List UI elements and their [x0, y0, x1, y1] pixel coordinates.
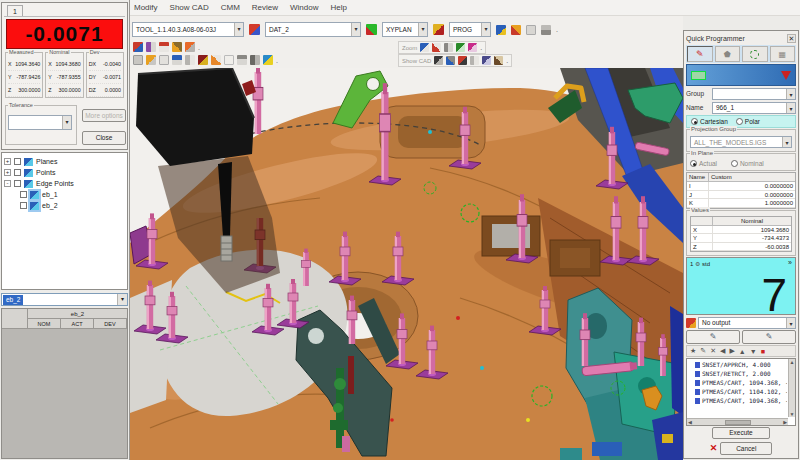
calibrate-icon[interactable]: [146, 42, 156, 52]
projection-group-combo[interactable]: ALL_THE_MODELS.IGS ▾: [690, 136, 792, 148]
wireframe-icon[interactable]: [224, 55, 234, 65]
tree-item-eb2[interactable]: eb_2: [4, 200, 125, 211]
tolerance-combo[interactable]: ▾: [8, 115, 72, 130]
expand-icon[interactable]: +: [4, 158, 11, 165]
close-icon[interactable]: ✕: [787, 34, 796, 43]
expand-icon[interactable]: +: [4, 169, 11, 176]
show-solid-icon[interactable]: [434, 56, 443, 65]
layers-icon[interactable]: [250, 55, 260, 65]
zoom-fit-icon[interactable]: [456, 43, 465, 52]
menu-modify[interactable]: Modify: [134, 3, 158, 12]
command-line[interactable]: PTMEAS/CART, 1094.368, -787.935: [695, 378, 787, 387]
menu-cmm[interactable]: CMM: [221, 3, 240, 12]
tip-select-icon[interactable]: [159, 42, 169, 52]
tree-item-points[interactable]: + Points: [4, 167, 125, 178]
tool-combo[interactable]: TOOL_1.1.40.3.A08-06-03J ▾: [132, 22, 244, 37]
scrollbar-thumb[interactable]: [725, 420, 751, 425]
new-program-icon[interactable]: [496, 25, 506, 35]
dropdown-icon[interactable]: ▾: [62, 116, 71, 129]
select-cursor-icon[interactable]: [159, 55, 169, 65]
command-line[interactable]: SNSET/RETRCT, 2.000: [695, 369, 787, 378]
dropdown-icon[interactable]: ▾: [481, 23, 490, 36]
dropdown-icon[interactable]: ▾: [351, 23, 360, 36]
dropdown-icon[interactable]: ▾: [117, 294, 127, 305]
show-features-icon[interactable]: [470, 56, 479, 65]
tree-item-planes[interactable]: + Planes: [4, 156, 125, 167]
program-combo[interactable]: PROG ▾: [449, 22, 491, 37]
pan-icon[interactable]: [185, 55, 195, 65]
sensor-icon[interactable]: [185, 42, 195, 52]
move-down-icon[interactable]: ▼: [750, 348, 757, 355]
toolbar-overflow[interactable]: .: [276, 57, 278, 64]
zoom-out-icon[interactable]: [432, 43, 441, 52]
col-dev[interactable]: DEV: [94, 319, 127, 328]
paint-cad-icon[interactable]: [482, 56, 491, 65]
feature-select-combo[interactable]: eb_2 ▾: [1, 293, 128, 306]
tree-item-eb1[interactable]: eb_1: [4, 189, 125, 200]
datum-combo[interactable]: DAT_2 ▾: [265, 22, 361, 37]
workplane-combo[interactable]: XYPLAN ▾: [382, 22, 428, 37]
command-list[interactable]: SNSET/APPRCH, 4.000 SNSET/RETRCT, 2.000 …: [686, 358, 796, 426]
more-options-button[interactable]: More options: [82, 109, 126, 122]
circle-mode-button[interactable]: [742, 46, 768, 62]
dropdown-icon[interactable]: ▾: [782, 137, 791, 147]
horizontal-scrollbar[interactable]: ◀ ▶: [687, 418, 788, 425]
collapse-icon[interactable]: -: [4, 180, 11, 187]
edit-icon[interactable]: ✎: [700, 347, 706, 355]
tree-item-edge-points[interactable]: - Edge Points: [4, 178, 125, 189]
close-button[interactable]: Close: [82, 131, 126, 145]
execute-button[interactable]: Execute: [712, 427, 770, 439]
readout-tab[interactable]: 1: [7, 5, 23, 16]
scroll-right-icon[interactable]: ▶: [783, 419, 787, 425]
open-program-icon[interactable]: [511, 25, 521, 35]
command-line[interactable]: SNSET/APPRCH, 4.000: [695, 360, 787, 369]
value-row-y[interactable]: Y-734.4373: [691, 234, 791, 243]
record-icon[interactable]: ■: [761, 348, 765, 355]
dropdown-icon[interactable]: ▾: [786, 103, 795, 113]
toolbar-overflow[interactable]: .: [198, 44, 200, 51]
erase-program-button[interactable]: ✎: [742, 330, 796, 344]
group-combo[interactable]: ▾: [712, 88, 796, 100]
checkbox[interactable]: [14, 180, 21, 187]
scan-mode-button[interactable]: ▦: [770, 46, 796, 62]
next-icon[interactable]: ▶: [729, 347, 734, 355]
print-icon[interactable]: [541, 25, 551, 35]
command-line[interactable]: PTMEAS/CART, 1094.368, -787.935: [695, 396, 787, 405]
fit-view-icon[interactable]: [133, 55, 143, 65]
favorite-icon[interactable]: ★: [690, 347, 696, 355]
menu-review[interactable]: Review: [252, 3, 278, 12]
chevrons-icon[interactable]: »: [788, 259, 792, 266]
save-program-icon[interactable]: [526, 25, 536, 35]
prev-icon[interactable]: ◀: [720, 347, 725, 355]
surface-mode-button[interactable]: ⬟: [715, 46, 741, 62]
scroll-left-icon[interactable]: ◀: [688, 419, 692, 425]
write-program-button[interactable]: ✎: [686, 330, 740, 344]
probe-mode-icon[interactable]: [133, 42, 143, 52]
delete-icon[interactable]: ✕: [710, 347, 716, 355]
checkbox[interactable]: [14, 158, 21, 165]
menu-help[interactable]: Help: [330, 3, 346, 12]
zoom-in-icon[interactable]: [420, 43, 429, 52]
name-combo[interactable]: 966_1 ▾: [712, 102, 796, 114]
output-combo[interactable]: No output ▾: [698, 317, 796, 329]
toolbar-overflow[interactable]: .: [506, 57, 508, 64]
point-mode-button[interactable]: ✎: [687, 46, 713, 62]
rotate-tool-icon[interactable]: [172, 42, 182, 52]
hide-cad-icon[interactable]: [458, 56, 467, 65]
redraw-icon[interactable]: [211, 55, 221, 65]
vector-row-i[interactable]: I0.0000000: [687, 182, 795, 191]
command-line[interactable]: PTMEAS/CART, 1104.102, -787.935: [695, 387, 787, 396]
checkbox[interactable]: [20, 191, 27, 198]
radio-actual[interactable]: Actual: [690, 160, 717, 167]
value-row-z[interactable]: Z-60.0038: [691, 243, 791, 252]
vector-row-j[interactable]: J0.0000000: [687, 191, 795, 200]
window-zoom-icon[interactable]: [172, 55, 182, 65]
zoom-window-icon[interactable]: [444, 43, 453, 52]
move-up-icon[interactable]: ▲: [739, 348, 746, 355]
radio-polar[interactable]: Polar: [736, 118, 760, 125]
scroll-down-icon[interactable]: ▼: [789, 411, 795, 417]
checkbox[interactable]: [20, 202, 27, 209]
shading-icon[interactable]: [237, 55, 247, 65]
toolbar-overflow[interactable]: .: [480, 44, 482, 51]
radio-cartesian[interactable]: Cartesian: [691, 118, 728, 125]
